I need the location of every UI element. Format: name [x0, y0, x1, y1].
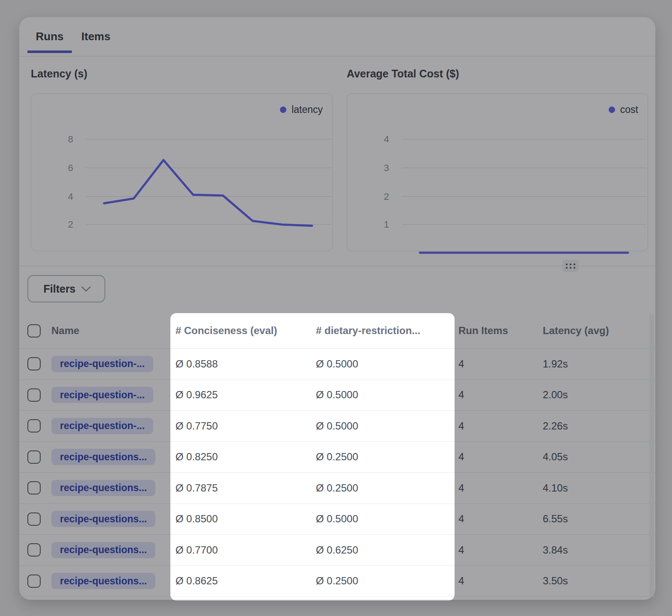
run-items-cell: 4 [458, 442, 464, 473]
checkbox-cell [27, 349, 41, 379]
row-checkbox[interactable] [27, 543, 41, 557]
table-row[interactable]: recipe-questions...Ø 0.7700Ø 0.625043.84… [19, 535, 655, 566]
name-cell: recipe-question-... [51, 349, 153, 379]
dietary-cell: Ø 0.5000 [316, 504, 358, 535]
cost-line-chart: 4321cost [347, 93, 648, 251]
run-items-cell: 4 [458, 349, 464, 379]
table-header: Name # Conciseness (eval) # dietary-rest… [19, 313, 655, 349]
dietary-cell: Ø 0.5000 [316, 380, 358, 411]
active-tab-underline [27, 50, 72, 53]
run-name-badge[interactable]: recipe-question-... [51, 387, 153, 403]
run-items-cell: 4 [458, 473, 464, 503]
table-row[interactable]: recipe-questions...Ø 0.8250Ø 0.250044.05… [19, 442, 655, 473]
runs-dashboard-card: Runs Items Latency (s) Average Total Cos… [19, 17, 655, 600]
name-cell: recipe-questions... [51, 566, 155, 597]
latency-cell: 4.10s [543, 473, 568, 503]
run-items-cell: 4 [458, 380, 464, 411]
latency-cell: 2.26s [543, 411, 568, 441]
run-items-cell: 4 [458, 504, 464, 535]
latency-cell: 6.55s [543, 504, 568, 535]
conciseness-cell: Ø 0.8625 [175, 566, 218, 597]
column-header-conciseness[interactable]: # Conciseness (eval) [175, 313, 277, 348]
checkbox-cell [27, 380, 41, 411]
run-name-badge[interactable]: recipe-question-... [51, 418, 153, 434]
checkbox-cell [27, 504, 41, 535]
drag-handle-icon[interactable] [562, 260, 579, 272]
vertical-scrollbar[interactable] [649, 314, 654, 597]
latency-cell: 3.84s [543, 535, 568, 566]
tab-items-label: Items [81, 30, 110, 43]
column-header-latency[interactable]: Latency (avg) [543, 313, 609, 348]
checkbox-cell [27, 442, 41, 473]
checkbox-cell [27, 473, 41, 503]
row-checkbox[interactable] [27, 450, 41, 464]
row-checkbox[interactable] [27, 388, 41, 402]
column-header-run-items[interactable]: Run Items [458, 313, 508, 348]
conciseness-cell: Ø 0.7750 [175, 411, 218, 441]
chevron-down-icon [81, 282, 91, 292]
tab-runs[interactable]: Runs [27, 17, 72, 56]
latency-chart-title: Latency (s) [31, 68, 87, 80]
table-row[interactable]: recipe-question-...Ø 0.9625Ø 0.500042.00… [19, 380, 655, 411]
conciseness-cell: Ø 0.8500 [175, 504, 218, 535]
row-checkbox[interactable] [27, 419, 41, 432]
dietary-cell: Ø 0.6250 [316, 535, 358, 566]
latency-cell: 1.92s [543, 349, 568, 379]
tab-items[interactable]: Items [79, 17, 113, 56]
table-row[interactable]: recipe-questions...Ø 0.8500Ø 0.500046.55… [19, 504, 655, 535]
run-name-badge[interactable]: recipe-questions... [51, 542, 155, 558]
checkbox-cell [27, 535, 41, 566]
conciseness-cell: Ø 0.8250 [175, 442, 218, 473]
latency-series [31, 94, 332, 251]
run-items-cell: 4 [458, 411, 464, 441]
latency-line-chart: 8642latency [31, 93, 333, 251]
name-cell: recipe-questions... [51, 535, 155, 566]
run-items-cell: 4 [458, 535, 464, 566]
section-splitter [19, 266, 655, 266]
conciseness-cell: Ø 0.7700 [175, 535, 218, 566]
table-row[interactable]: recipe-questions...Ø 0.8625Ø 0.250043.50… [19, 566, 655, 597]
run-items-cell: 4 [458, 566, 464, 597]
row-checkbox[interactable] [27, 357, 41, 370]
cost-chart-title: Average Total Cost ($) [347, 68, 459, 80]
tab-runs-label: Runs [36, 30, 64, 43]
select-all-checkbox[interactable] [27, 324, 41, 338]
latency-cell: 2.00s [543, 380, 568, 411]
column-header-name[interactable]: Name [51, 313, 79, 348]
latency-cell: 3.50s [543, 566, 568, 597]
name-cell: recipe-question-... [51, 380, 153, 411]
name-cell: recipe-questions... [51, 504, 155, 535]
dietary-cell: Ø 0.5000 [316, 411, 358, 441]
table-row[interactable]: recipe-questions...Ø 0.7875Ø 0.250044.10… [19, 473, 655, 504]
dietary-cell: Ø 0.2500 [316, 566, 358, 597]
run-name-badge[interactable]: recipe-questions... [51, 480, 155, 496]
conciseness-cell: Ø 0.9625 [175, 380, 218, 411]
conciseness-cell: Ø 0.8588 [175, 349, 218, 379]
name-cell: recipe-questions... [51, 473, 155, 503]
cost-series [347, 94, 648, 251]
table-row[interactable]: recipe-question-...Ø 0.8588Ø 0.500041.92… [19, 349, 655, 380]
conciseness-cell: Ø 0.7875 [175, 473, 218, 503]
run-name-badge[interactable]: recipe-questions... [51, 511, 155, 527]
row-checkbox[interactable] [27, 512, 41, 526]
checkbox-cell [27, 566, 41, 597]
run-name-badge[interactable]: recipe-question-... [51, 356, 153, 372]
column-header-dietary[interactable]: # dietary-restriction... [316, 313, 420, 348]
latency-cell: 4.05s [543, 442, 568, 473]
dietary-cell: Ø 0.5000 [316, 349, 358, 379]
name-cell: recipe-question-... [51, 411, 153, 441]
filters-button-label: Filters [43, 283, 75, 295]
checkbox-cell [27, 411, 41, 441]
table-row[interactable]: recipe-question-...Ø 0.7750Ø 0.500042.26… [19, 411, 655, 442]
row-checkbox[interactable] [27, 575, 41, 588]
grip-dots-icon [566, 264, 575, 269]
run-name-badge[interactable]: recipe-questions... [51, 573, 155, 589]
filters-button[interactable]: Filters [27, 275, 105, 302]
name-cell: recipe-questions... [51, 442, 155, 473]
dietary-cell: Ø 0.2500 [316, 473, 358, 503]
tab-bar: Runs Items [19, 17, 655, 56]
run-name-badge[interactable]: recipe-questions... [51, 449, 155, 465]
dietary-cell: Ø 0.2500 [316, 442, 358, 473]
row-checkbox[interactable] [27, 481, 41, 495]
